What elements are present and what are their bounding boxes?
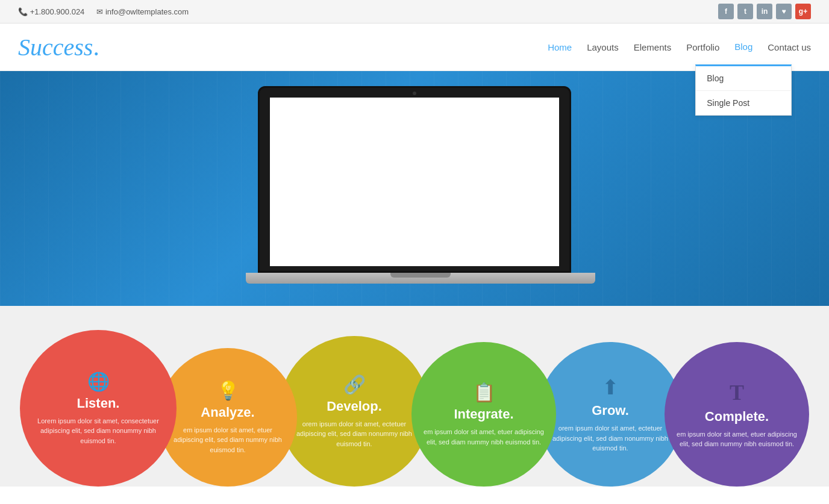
social-icons: f t in ♥ g+ <box>718 4 811 19</box>
circle-develop: 🔗 Develop. orem ipsum dolor sit amet, ec… <box>279 336 430 487</box>
circle-grow: ⬆ Grow. orem ipsum dolor sit amet, ectet… <box>538 342 683 487</box>
integrate-icon: 📋 <box>473 382 495 403</box>
nav-portfolio[interactable]: Portfolio <box>686 39 719 55</box>
nav-blog-wrapper: Blog Blog Single Post <box>734 42 752 52</box>
google-plus-icon[interactable]: g+ <box>795 4 811 19</box>
header: Success. Home Layouts Elements Portfolio… <box>0 23 829 71</box>
dropdown-blog[interactable]: Blog <box>696 66 791 91</box>
grow-title: Grow. <box>592 403 629 418</box>
circles-section: 🌐 Listen. Lorem ipsum dolor sit amet, co… <box>0 306 829 487</box>
nav-contact[interactable]: Contact us <box>768 39 811 55</box>
dropdown-single-post[interactable]: Single Post <box>696 91 791 115</box>
linkedin-icon[interactable]: in <box>757 4 772 19</box>
complete-title: Complete. <box>705 409 769 425</box>
nav-elements[interactable]: Elements <box>634 39 672 55</box>
nav-layouts[interactable]: Layouts <box>587 39 619 55</box>
phone-number: +1.800.900.024 <box>30 7 85 16</box>
analyze-title: Analyze. <box>201 405 254 420</box>
logo-dot: . <box>93 33 99 61</box>
develop-text: orem ipsum dolor sit amet, ectetuer adip… <box>279 419 430 449</box>
complete-icon: T <box>730 380 744 405</box>
facebook-icon[interactable]: f <box>718 4 734 19</box>
laptop-screen-outer <box>258 86 571 273</box>
twitter-icon[interactable]: t <box>737 4 753 19</box>
circle-complete: T Complete. em ipsum dolor sit amet, etu… <box>665 342 809 487</box>
listen-icon: 🌐 <box>87 371 110 392</box>
phone-icon: 📞 <box>18 7 28 16</box>
develop-title: Develop. <box>327 399 382 414</box>
email-address: info@owltemplates.com <box>105 7 189 16</box>
email-icon: ✉ <box>96 7 103 16</box>
pinterest-icon[interactable]: ♥ <box>776 4 792 19</box>
laptop-graphic <box>246 86 583 291</box>
analyze-icon: 💡 <box>217 380 239 401</box>
grow-text: orem ipsum dolor sit amet, ectetuer adip… <box>538 423 683 453</box>
phone-info: 📞 +1.800.900.024 <box>18 7 84 16</box>
blog-dropdown: Blog Single Post <box>695 64 792 116</box>
integrate-title: Integrate. <box>454 406 513 422</box>
topbar-contact: 📞 +1.800.900.024 ✉ info@owltemplates.com <box>18 7 189 16</box>
laptop-base <box>246 273 595 284</box>
grow-icon: ⬆ <box>602 375 619 399</box>
nav-home[interactable]: Home <box>548 39 572 55</box>
develop-icon: 🔗 <box>343 374 366 395</box>
circle-listen: 🌐 Listen. Lorem ipsum dolor sit amet, co… <box>20 330 177 487</box>
integrate-text: em ipsum dolor sit amet, etuer adipiscin… <box>411 427 556 447</box>
email-info: ✉ info@owltemplates.com <box>96 7 189 16</box>
main-nav: Home Layouts Elements Portfolio Blog Blo… <box>548 39 811 55</box>
laptop-screen-inner <box>270 98 559 266</box>
listen-text: Lorem ipsum dolor sit amet, consectetuer… <box>20 416 177 446</box>
complete-text: em ipsum dolor sit amet, etuer adipiscin… <box>665 429 809 449</box>
nav-blog[interactable]: Blog <box>734 39 752 55</box>
logo[interactable]: Success. <box>18 33 99 61</box>
topbar: 📞 +1.800.900.024 ✉ info@owltemplates.com… <box>0 0 829 23</box>
logo-text: Success <box>18 34 93 61</box>
listen-title: Listen. <box>77 396 120 411</box>
circle-analyze: 💡 Analyze. em ipsum dolor sit amet, etue… <box>158 348 297 487</box>
analyze-text: em ipsum dolor sit amet, etuer adipiscin… <box>158 425 297 455</box>
circle-integrate: 📋 Integrate. em ipsum dolor sit amet, et… <box>411 342 556 487</box>
